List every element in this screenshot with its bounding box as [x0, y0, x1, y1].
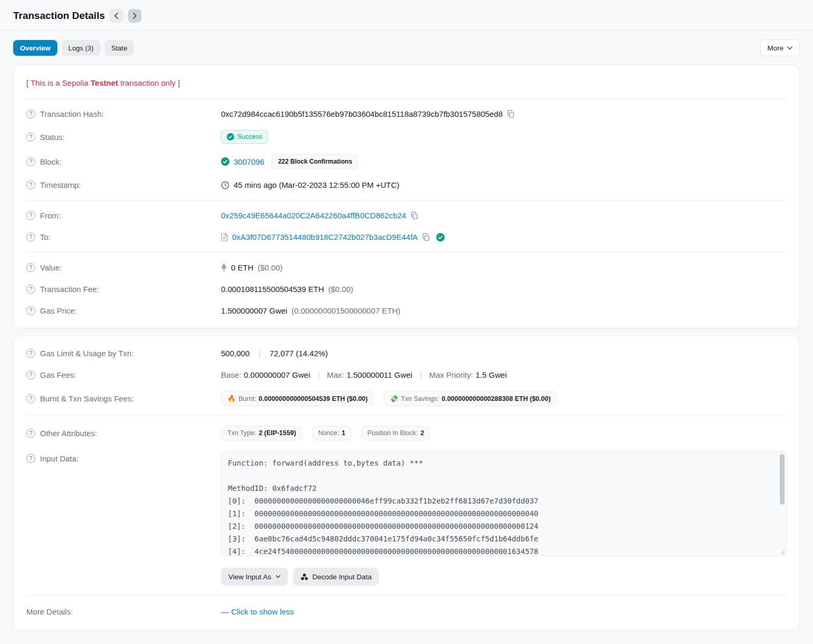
decode-input-data-button[interactable]: Decode Input Data: [293, 568, 379, 586]
more-details-label: More Details:: [26, 607, 73, 616]
help-icon[interactable]: ?: [26, 157, 35, 166]
check-circle-icon: [221, 157, 229, 166]
check-circle-icon: [227, 133, 234, 140]
input-data-actions: View Input As Decode Input Data: [26, 561, 787, 591]
scrollbar-thumb[interactable]: [780, 454, 785, 505]
help-icon[interactable]: ?: [26, 394, 35, 403]
transaction-fee-label: Transaction Fee:: [40, 285, 99, 294]
burnt-savings-row: ? Burnt & Txn Savings Fees: 🔥 Burnt: 0.0…: [26, 386, 787, 411]
copy-to-address-button[interactable]: [422, 233, 430, 241]
page-title: Transaction Details: [13, 10, 105, 22]
transaction-hash-value: 0xc72d984ccac6190b5f135576eb97b03604bc81…: [221, 109, 503, 118]
input-data-scrollbar[interactable]: [779, 453, 785, 554]
help-icon[interactable]: ?: [26, 211, 35, 220]
timestamp-value: 45 mins ago (Mar-02-2023 12:55:00 PM +UT…: [234, 180, 399, 189]
help-icon[interactable]: ?: [26, 180, 35, 189]
view-input-as-button[interactable]: View Input As: [221, 568, 288, 586]
value-amount: 0 ETH: [231, 263, 254, 272]
clock-icon: [221, 181, 229, 189]
base-fee-label: Base:: [221, 370, 241, 379]
status-row: ? Status: Success: [26, 125, 787, 149]
from-label: From:: [40, 211, 61, 220]
testnet-notice-section: [ This is a Sepolia Testnet transaction …: [26, 67, 787, 98]
hash-status-section: ? Transaction Hash: 0xc72d984ccac6190b5f…: [26, 98, 787, 200]
status-badge: Success: [221, 130, 268, 144]
nonce-badge: Nonce: 1: [312, 426, 352, 440]
base-fee-value: 0.000000007 Gwei: [244, 370, 310, 379]
from-row: ? From: 0x259c49E65644a020C2A642260a4ffB…: [26, 205, 787, 226]
block-confirmations-badge: 222 Block Confirmations: [272, 154, 358, 169]
overview-card: [ This is a Sepolia Testnet transaction …: [13, 65, 800, 328]
input-data-text: Function: forward(address to,bytes data)…: [228, 457, 772, 556]
more-details-row: More Details: — Click to show less: [26, 600, 787, 623]
help-icon[interactable]: ?: [26, 370, 35, 379]
other-attributes-label: Other Attributes:: [40, 429, 97, 438]
max-fee-label: Max:: [327, 370, 344, 379]
from-address-link[interactable]: 0x259c49E65644a020C2A642260a4ffB0CD862cb…: [221, 211, 406, 220]
contract-document-icon: [221, 233, 228, 242]
gas-limit-row: ? Gas Limit & Usage by Txn: 500,000 | 72…: [26, 343, 787, 364]
more-details-section: More Details: — Click to show less: [26, 595, 787, 628]
help-icon[interactable]: ?: [26, 454, 35, 463]
fire-icon: 🔥: [227, 395, 236, 402]
help-icon[interactable]: ?: [26, 263, 35, 272]
separator: |: [313, 370, 324, 379]
resize-handle-icon[interactable]: [780, 550, 785, 555]
chevron-down-icon: [276, 575, 280, 578]
money-wings-icon: 💸: [390, 395, 398, 402]
copy-icon: [410, 212, 418, 219]
gas-limit-label: Gas Limit & Usage by Txn:: [40, 349, 134, 358]
help-icon[interactable]: ?: [26, 233, 35, 242]
help-icon[interactable]: ?: [26, 133, 35, 142]
copy-hash-button[interactable]: [507, 110, 515, 118]
transaction-hash-label: Transaction Hash:: [40, 109, 104, 118]
to-label: To:: [40, 233, 51, 242]
previous-transaction-button[interactable]: [109, 9, 123, 23]
copy-from-address-button[interactable]: [410, 212, 418, 219]
max-priority-fee-value: 1.5 Gwei: [476, 370, 507, 379]
burnt-savings-label: Burnt & Txn Savings Fees:: [40, 394, 134, 403]
next-transaction-button[interactable]: [128, 9, 142, 23]
tabs-row: Overview Logs (3) State More: [0, 31, 813, 65]
value-row: ? Value: 0 ETH ($0.00): [26, 257, 787, 278]
value-fee-section: ? Value: 0 ETH ($0.00) ? Transaction Fee…: [26, 252, 787, 326]
ethereum-icon: [221, 263, 227, 272]
help-icon[interactable]: ?: [26, 306, 35, 315]
input-data-textarea[interactable]: Function: forward(address to,bytes data)…: [221, 451, 787, 556]
tab-state[interactable]: State: [105, 40, 134, 56]
tab-logs[interactable]: Logs (3): [62, 40, 101, 56]
value-usd: ($0.00): [258, 263, 283, 272]
gas-usage-value: 72,077 (14.42%): [269, 349, 328, 358]
help-icon[interactable]: ?: [26, 429, 35, 438]
from-to-section: ? From: 0x259c49E65644a020C2A642260a4ffB…: [26, 200, 787, 252]
timestamp-row: ? Timestamp: 45 mins ago (Mar-02-2023 12…: [26, 174, 787, 196]
tab-overview[interactable]: Overview: [13, 40, 57, 56]
more-dropdown-button[interactable]: More: [760, 39, 800, 56]
timestamp-label: Timestamp:: [40, 180, 81, 189]
transaction-fee-amount: 0.000108115500504539 ETH: [221, 285, 324, 294]
gas-limit-value: 500,000: [221, 349, 249, 358]
to-address-link[interactable]: 0xA3f07D6773514480b918C2742b027b3acD9E44…: [232, 233, 418, 242]
to-row: ? To: 0xA3f07D6773514480b918C2742b027b3a…: [26, 226, 787, 248]
transaction-fee-usd: ($0.00): [328, 285, 354, 294]
block-number-link[interactable]: 3007096: [234, 157, 264, 166]
max-fee-value: 1.500000011 Gwei: [347, 370, 413, 379]
help-icon[interactable]: ?: [26, 285, 35, 294]
other-attributes-row: ? Other Attributes: Txn Type: 2 (EIP-155…: [26, 420, 787, 446]
block-row: ? Block: 3007096 222 Block Confirmations: [26, 149, 787, 174]
copy-icon: [507, 110, 515, 118]
help-icon[interactable]: ?: [26, 349, 35, 358]
block-label: Block:: [40, 157, 62, 166]
input-data-row: ? Input Data: Function: forward(address …: [26, 446, 787, 561]
txn-savings-badge: 💸 Txn Savings: 0.000000000000288308 ETH …: [384, 391, 557, 406]
burnt-fees-badge: 🔥 Burnt: 0.000000000000504539 ETH ($0.00…: [221, 391, 374, 406]
copy-icon: [422, 233, 430, 241]
testnet-notice: [ This is a Sepolia Testnet transaction …: [26, 72, 787, 94]
chevron-left-icon: [114, 13, 118, 19]
chevron-right-icon: [133, 13, 137, 19]
status-label: Status:: [40, 133, 65, 142]
show-less-link[interactable]: — Click to show less: [221, 607, 294, 616]
gas-price-eth: (0.000000001500000007 ETH): [292, 306, 400, 315]
help-icon[interactable]: ?: [26, 109, 35, 118]
separator: |: [254, 349, 265, 358]
